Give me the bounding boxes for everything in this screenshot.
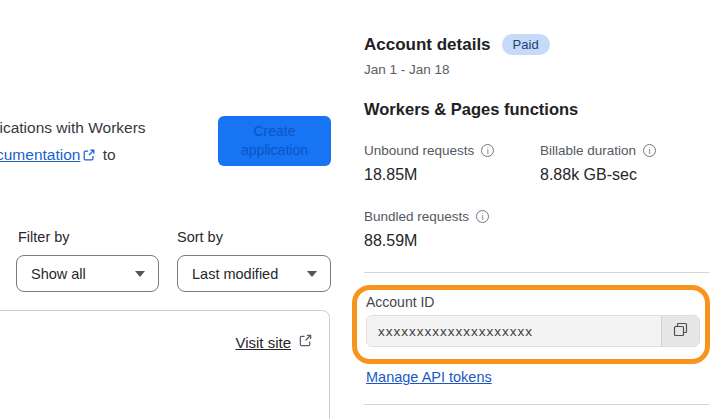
plan-badge: Paid — [502, 34, 550, 55]
info-circle-icon[interactable] — [476, 210, 489, 223]
metric-value: 8.88k GB-sec — [540, 166, 656, 184]
sort-dropdown-value: Last modified — [192, 266, 278, 282]
metric-billable-duration: Billable duration 8.88k GB-sec — [540, 143, 656, 184]
filter-dropdown-value: Show all — [31, 266, 86, 282]
intro-line1: lications with Workers — [0, 119, 146, 136]
date-range: Jan 1 - Jan 18 — [364, 62, 450, 77]
visit-site-link[interactable]: Visit site — [235, 334, 291, 351]
account-id-input[interactable] — [367, 316, 661, 346]
workers-pages-dashboard: lications with Workers cumentation to Cr… — [0, 0, 718, 419]
create-application-button[interactable]: Createapplication — [218, 116, 331, 166]
create-application-label-line1: Create — [253, 123, 295, 139]
filter-dropdown[interactable]: Show all — [16, 255, 159, 292]
metric-value: 18.85M — [364, 166, 494, 184]
info-circle-icon[interactable] — [643, 144, 656, 157]
project-card: Visit site — [0, 310, 330, 419]
chevron-down-icon — [135, 271, 145, 277]
intro-text: lications with Workers cumentation to — [0, 114, 221, 168]
visit-site-row: Visit site — [235, 333, 313, 352]
chevron-down-icon — [307, 271, 317, 277]
account-details-title: Account details — [364, 35, 491, 55]
info-circle-icon[interactable] — [481, 144, 494, 157]
metric-label: Billable duration — [540, 143, 636, 158]
external-link-icon — [82, 148, 96, 165]
sort-dropdown[interactable]: Last modified — [177, 255, 331, 292]
create-application-label-line2: application — [241, 142, 308, 158]
intro-suffix: to — [103, 146, 116, 163]
documentation-link[interactable]: cumentation — [0, 146, 80, 163]
filter-by-label: Filter by — [18, 229, 70, 245]
sort-by-label: Sort by — [177, 229, 223, 245]
account-id-control — [366, 315, 700, 347]
metric-unbound-requests: Unbound requests 18.85M — [364, 143, 494, 184]
functions-section-title: Workers & Pages functions — [364, 100, 578, 119]
account-id-label: Account ID — [366, 294, 434, 310]
copy-button[interactable] — [661, 316, 699, 346]
metric-label: Bundled requests — [364, 209, 469, 224]
copy-icon — [673, 322, 688, 340]
divider — [364, 272, 709, 273]
external-link-icon — [298, 333, 313, 352]
metric-label: Unbound requests — [364, 143, 474, 158]
metric-bundled-requests: Bundled requests 88.59M — [364, 209, 489, 250]
account-details-header: Account details Paid — [364, 34, 550, 55]
divider — [364, 404, 709, 405]
manage-api-tokens-link[interactable]: Manage API tokens — [366, 369, 492, 385]
metric-value: 88.59M — [364, 232, 489, 250]
